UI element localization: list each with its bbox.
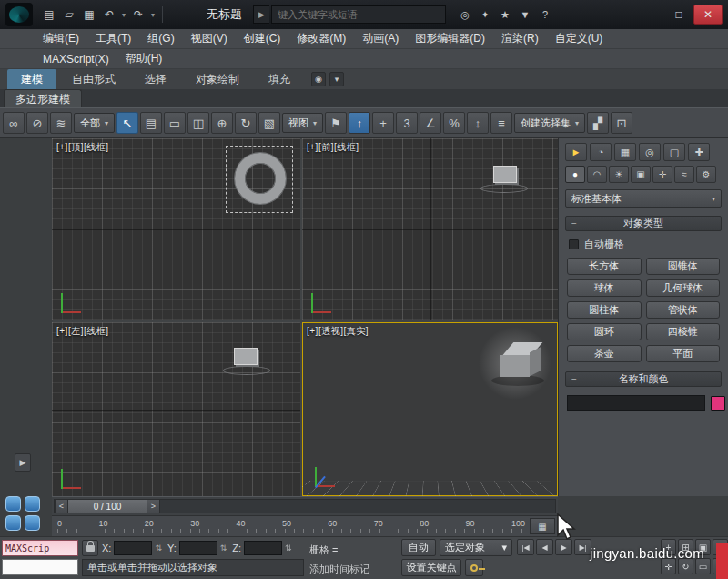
mirror-flag-icon[interactable]: ⚑ [325, 112, 347, 134]
angle-snap-icon[interactable]: ∠ [420, 112, 441, 134]
menu-group[interactable]: 组(G) [139, 29, 182, 48]
ribbon-tab-freeform[interactable]: 自由形式 [58, 69, 129, 89]
close-button[interactable]: ✕ [693, 5, 723, 25]
bind-to-space-warp-icon[interactable]: ≋ [50, 112, 72, 134]
menu-rendering[interactable]: 渲染(R) [493, 29, 547, 48]
select-and-move-icon[interactable]: ⊕ [211, 112, 233, 134]
menu-tools[interactable]: 工具(T) [87, 29, 139, 48]
y-coordinate-input[interactable] [179, 541, 217, 555]
viewport-front-label[interactable]: [+][前][线框] [307, 141, 359, 154]
spinner-icon[interactable]: ⇅ [220, 543, 228, 553]
undo-dropdown-icon[interactable]: ▾ [120, 11, 127, 19]
redo-icon[interactable]: ↷ [129, 5, 147, 25]
gutter-expand-icon[interactable]: ▶ [15, 453, 31, 472]
ribbon-tab-populate[interactable]: 填充 [255, 69, 304, 89]
spinner-icon[interactable]: ⇅ [155, 543, 162, 553]
named-selection-dropdown[interactable]: 创建选择集 ▾ [514, 113, 585, 133]
previous-frame-icon[interactable]: ◀ [536, 539, 553, 555]
cameras-category-icon[interactable]: ▣ [631, 166, 651, 183]
window-crossing-icon[interactable]: ◫ [187, 112, 209, 134]
box-object-front-view[interactable] [493, 166, 517, 183]
maxscript-mini-listener[interactable]: MAXScrip [2, 540, 78, 556]
viewport-perspective-label[interactable]: [+][透视][真实] [307, 325, 369, 338]
menu-edit[interactable]: 编辑(E) [35, 29, 87, 48]
lights-category-icon[interactable]: ☀ [609, 166, 629, 183]
track-bar[interactable]: 0 10 20 30 40 50 60 70 80 90 100 ▦ [52, 515, 558, 536]
viewport-left-label[interactable]: [+][左][线框] [56, 325, 109, 338]
viewport-front[interactable]: [+][前][线框] [302, 138, 558, 320]
selection-lock-icon[interactable] [82, 540, 98, 556]
primitive-cone-button[interactable]: 圆锥体 [646, 258, 721, 275]
key-filters-icon[interactable] [465, 559, 483, 576]
select-and-manipulate-icon[interactable]: + [372, 112, 394, 134]
named-selection-sets-icon[interactable]: ≡ [490, 112, 512, 134]
ribbon-minimize-icon[interactable]: ▾ [329, 72, 344, 86]
select-and-scale-icon[interactable]: ▧ [258, 112, 280, 134]
menu-create[interactable]: 创建(C) [236, 29, 289, 48]
systems-category-icon[interactable]: ⚙ [696, 166, 716, 183]
undo-icon[interactable]: ↶ [100, 5, 118, 25]
time-slider-thumb[interactable]: < 0 / 100 > [55, 499, 160, 513]
go-to-start-icon[interactable]: |◀ [517, 539, 534, 555]
open-file-icon[interactable]: ▱ [60, 5, 78, 25]
help-icon[interactable]: ? [537, 5, 553, 25]
menu-animation[interactable]: 动画(A) [354, 29, 407, 48]
percent-snap-icon[interactable]: % [443, 112, 465, 134]
display-tab-icon[interactable]: ▢ [663, 143, 685, 161]
menu-views[interactable]: 视图(V) [183, 29, 236, 48]
viewport-top[interactable]: [+][顶][线框] [52, 138, 300, 320]
select-object-icon[interactable]: ↖ [116, 112, 138, 134]
ribbon-tab-selection[interactable]: 选择 [131, 69, 180, 89]
maximize-button[interactable]: □ [666, 5, 692, 25]
maxscript-mini-listener-white[interactable] [2, 559, 78, 575]
select-by-name-icon[interactable]: ▤ [140, 112, 162, 134]
z-coordinate-input[interactable] [244, 541, 282, 555]
object-type-rollout[interactable]: − 对象类型 [565, 216, 722, 231]
selected-objects-dropdown[interactable]: 选定对象 ▾ [440, 539, 512, 556]
favorites-star-icon[interactable]: ★ [497, 5, 513, 25]
primitive-pyramid-button[interactable]: 四棱锥 [646, 323, 721, 340]
mirror-icon[interactable]: ▞ [587, 112, 609, 134]
primitive-teapot-button[interactable]: 茶壶 [567, 345, 642, 362]
name-color-rollout[interactable]: − 名称和颜色 [565, 371, 722, 387]
box-object-perspective[interactable] [484, 331, 548, 391]
autogrid-checkbox[interactable] [569, 239, 579, 249]
selection-filter-dropdown[interactable]: 全部 ▾ [74, 113, 115, 133]
ribbon-record-icon[interactable]: ◉ [311, 72, 326, 86]
snap-toggle-3d-icon[interactable]: 3 [396, 112, 418, 134]
primitive-tube-button[interactable]: 管状体 [646, 301, 721, 319]
primitive-torus-button[interactable]: 圆环 [567, 323, 642, 340]
subscription-key-icon[interactable]: ✦ [477, 5, 493, 25]
app-logo-icon[interactable] [5, 3, 33, 26]
add-time-tag[interactable]: 添加时间标记 [309, 563, 369, 576]
unlink-selection-icon[interactable]: ⊘ [26, 112, 48, 134]
auto-key-button[interactable]: 自动 [401, 539, 436, 556]
viewport-left[interactable]: [+][左][线框] [52, 322, 300, 496]
viewport-top-label[interactable]: [+][顶][线框] [56, 141, 109, 154]
utilities-tab-icon[interactable]: ✚ [688, 143, 710, 161]
hierarchy-tab-icon[interactable]: ▦ [614, 143, 636, 161]
spinner-snap-icon[interactable]: ↕ [467, 112, 489, 134]
box-object-left-view[interactable] [234, 348, 258, 365]
new-file-icon[interactable]: ▤ [40, 5, 58, 25]
reference-coordinate-dropdown[interactable]: 视图 ▾ [282, 113, 323, 133]
rectangular-selection-region-icon[interactable]: ▭ [164, 112, 186, 134]
create-tab-icon[interactable]: ► [565, 143, 587, 161]
ribbon-tab-object-paint[interactable]: 对象绘制 [182, 69, 253, 89]
use-pivot-point-center-icon[interactable]: ↑ [349, 112, 370, 134]
motion-tab-icon[interactable]: ◎ [639, 143, 661, 161]
geometry-category-icon[interactable]: ● [565, 166, 585, 183]
communication-center-icon[interactable]: ◎ [457, 5, 473, 25]
object-color-swatch[interactable] [711, 396, 725, 411]
menu-customize[interactable]: 自定义(U) [547, 29, 612, 48]
download-icon[interactable]: ▼ [517, 5, 533, 25]
select-and-link-icon[interactable]: ∞ [3, 112, 25, 134]
menu-maxscript[interactable]: MAXScript(X) [35, 49, 117, 68]
prev-frame-icon[interactable]: < [55, 499, 68, 513]
primitive-cylinder-button[interactable]: 圆柱体 [567, 301, 642, 319]
search-go-icon[interactable]: ▶ [253, 5, 269, 24]
set-key-button[interactable]: 设置关键点 [401, 559, 461, 576]
select-and-rotate-icon[interactable]: ↻ [235, 112, 257, 134]
redo-dropdown-icon[interactable]: ▾ [149, 11, 157, 19]
next-frame-icon[interactable]: > [147, 499, 160, 513]
